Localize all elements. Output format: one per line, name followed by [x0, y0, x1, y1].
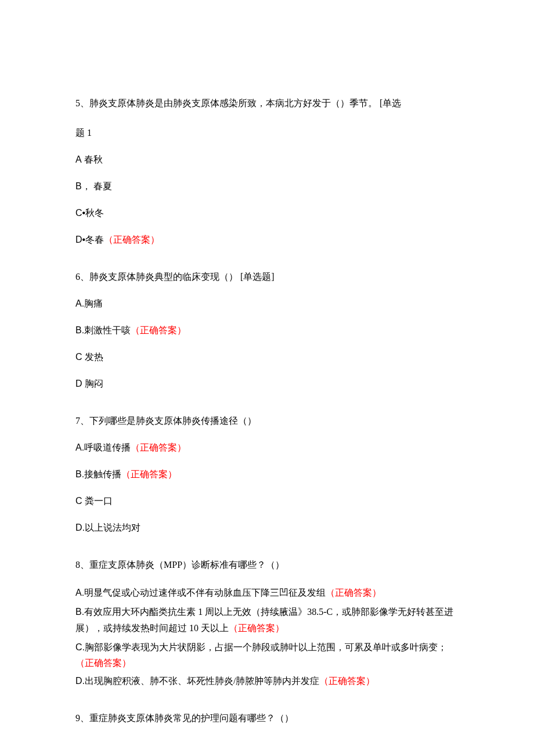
- option-text: 明显气促或心动过速伴或不伴有动脉血压下降三凹征及发组: [84, 588, 326, 597]
- correct-answer-label: （正确答案）: [75, 658, 131, 668]
- option-label: B，: [75, 181, 91, 191]
- question-stem-line-2: 题 1: [75, 126, 461, 140]
- option-label: B.: [75, 325, 84, 335]
- option-label: D.: [75, 523, 85, 532]
- option-d: D•冬春（正确答案）: [75, 233, 461, 247]
- correct-answer-label: （正确答案）: [229, 623, 284, 633]
- option-text: 出现胸腔积液、肺不张、坏死性肺炎/肺脓肿等肺内并发症: [85, 676, 319, 686]
- option-text: 呼吸道传播: [84, 442, 131, 452]
- option-d: D 胸闷: [75, 377, 461, 391]
- option-text: 胸部影像学表现为大片状阴影，占据一个肺段或肺叶以上范围，可累及单叶或多叶病变；: [85, 642, 447, 652]
- question-stem: 8、重症支原体肺炎（MPP）诊断标准有哪些？（）: [75, 558, 461, 572]
- option-label: D: [75, 379, 82, 388]
- option-a: A 春秋: [75, 153, 461, 167]
- option-label: D•: [75, 235, 85, 244]
- option-b: B， 春夏: [75, 179, 461, 193]
- option-label: A.: [75, 588, 84, 597]
- option-c: C.胸部影像学表现为大片状阴影，占据一个肺段或肺叶以上范围，可累及单叶或多叶病变…: [75, 639, 461, 671]
- option-d: D.以上说法均对: [75, 521, 461, 535]
- option-label: B.: [75, 469, 84, 479]
- correct-answer-label: （正确答案）: [121, 469, 177, 479]
- option-text: 秋冬: [85, 208, 104, 218]
- option-label: A.: [75, 298, 84, 308]
- option-text: 春夏: [93, 181, 112, 191]
- option-b: B.接触传播（正确答案）: [75, 467, 461, 481]
- correct-answer-label: （正确答案）: [326, 588, 381, 597]
- option-text: 粪一口: [85, 496, 113, 506]
- correct-answer-label: （正确答案）: [131, 325, 186, 335]
- option-label: C•: [75, 208, 85, 218]
- option-text: 发热: [85, 352, 103, 362]
- option-label: C.: [75, 642, 85, 652]
- option-label: C: [75, 352, 82, 362]
- option-text: 刺激性干咳: [84, 325, 131, 335]
- option-text: 冬春: [85, 235, 104, 244]
- question-stem-line-1: 5、肺炎支原体肺炎是由肺炎支原体感染所致，本病北方好发于（）季节。 [单选: [75, 98, 401, 108]
- question-stem: 7、下列哪些是肺炎支原体肺炎传播途径（）: [75, 414, 461, 428]
- option-label: C: [75, 496, 82, 506]
- option-d: D.出现胸腔积液、肺不张、坏死性肺炎/肺脓肿等肺内并发症（正确答案）: [75, 674, 461, 688]
- question-stem: 9、重症肺炎支原体肺炎常见的护理问题有哪些？（）: [75, 711, 461, 725]
- correct-answer-label: （正确答案）: [131, 442, 186, 452]
- option-label: D.: [75, 676, 85, 686]
- option-text: 以上说法均对: [85, 523, 140, 532]
- question-8: 8、重症支原体肺炎（MPP）诊断标准有哪些？（） A.明显气促或心动过速伴或不伴…: [75, 558, 461, 688]
- option-b: B.有效应用大环内酯类抗生素 1 周以上无效（持续腋温》38.5-C，或肺部影像…: [75, 604, 461, 635]
- question-6: 6、肺炎支原体肺炎典型的临床变现（） [单选题] A.胸痛 B.刺激性干咳（正确…: [75, 270, 461, 391]
- correct-answer-label: （正确答案）: [104, 235, 160, 244]
- option-a: A.呼吸道传播（正确答案）: [75, 441, 461, 455]
- question-stem: 6、肺炎支原体肺炎典型的临床变现（） [单选题]: [75, 270, 461, 284]
- correct-answer-label: （正确答案）: [319, 676, 375, 686]
- question-9: 9、重症肺炎支原体肺炎常见的护理问题有哪些？（）: [75, 711, 461, 725]
- option-text: 春秋: [84, 154, 103, 164]
- option-c: C 粪一口: [75, 494, 461, 508]
- option-b: B.刺激性干咳（正确答案）: [75, 323, 461, 337]
- question-stem: 5、肺炎支原体肺炎是由肺炎支原体感染所致，本病北方好发于（）季节。 [单选: [75, 93, 461, 113]
- option-a: A.胸痛: [75, 297, 461, 311]
- question-7: 7、下列哪些是肺炎支原体肺炎传播途径（） A.呼吸道传播（正确答案） B.接触传…: [75, 414, 461, 535]
- option-label: B.: [75, 607, 84, 617]
- option-text: 胸闷: [85, 379, 103, 388]
- option-c: C•秋冬: [75, 206, 461, 220]
- option-label: A: [75, 154, 82, 164]
- option-a: A.明显气促或心动过速伴或不伴有动脉血压下降三凹征及发组（正确答案）: [75, 585, 461, 600]
- option-text: 胸痛: [84, 298, 103, 308]
- question-5: 5、肺炎支原体肺炎是由肺炎支原体感染所致，本病北方好发于（）季节。 [单选 题 …: [75, 93, 461, 247]
- option-c: C 发热: [75, 350, 461, 364]
- option-text: 接触传播: [84, 469, 121, 479]
- option-label: A.: [75, 442, 84, 452]
